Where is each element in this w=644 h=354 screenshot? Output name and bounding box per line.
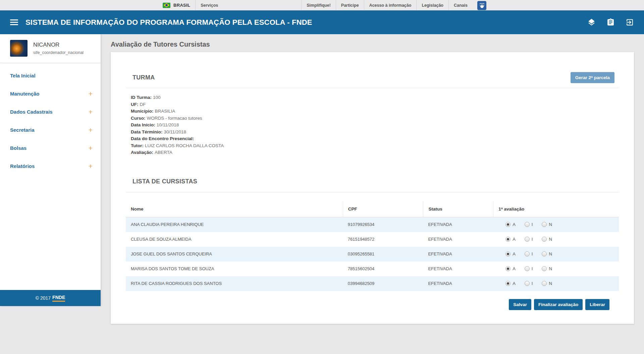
field-value: BRASILIA [155, 109, 175, 114]
radio-avaliacao-a[interactable]: A [505, 222, 516, 227]
field-label: Data do Encontro Presencial: [131, 136, 194, 141]
column-header-cpf: CPF [343, 201, 423, 217]
radio-option-label: N [549, 281, 552, 286]
radio-avaliacao-n[interactable]: N [542, 251, 552, 256]
radio-button-icon[interactable] [542, 222, 547, 227]
sidebar-item-label: Secretaria [10, 127, 35, 133]
radio-avaliacao-i[interactable]: I [525, 281, 533, 286]
cursista-status: EFETIVADA [423, 251, 493, 256]
gov-bar: BRASIL Serviços Simplifique! Participe A… [0, 0, 644, 10]
expand-plus-icon[interactable]: + [89, 126, 93, 133]
radio-avaliacao-n[interactable]: N [542, 281, 552, 286]
gov-link-legislacao[interactable]: Legislação [417, 0, 448, 10]
clipboard-icon[interactable] [606, 18, 615, 26]
expand-plus-icon[interactable]: + [89, 163, 93, 170]
column-header-avaliacao: 1ª avaliação [493, 201, 619, 217]
fnde-link[interactable]: FNDE [52, 295, 65, 302]
expand-plus-icon[interactable]: + [89, 108, 93, 115]
menu-hamburger-icon[interactable] [10, 19, 18, 25]
turma-field: Avaliação:ABERTA [131, 149, 619, 156]
field-label: Município: [131, 109, 154, 114]
radio-option-label: I [532, 251, 533, 256]
table-header: Nome CPF Status 1ª avaliação [126, 201, 619, 217]
radio-option-label: N [549, 266, 552, 271]
cursista-status: EFETIVADA [423, 222, 493, 227]
main-content: Avaliação de Tutores Cursistas TURMA Ger… [101, 34, 644, 324]
radio-avaliacao-a[interactable]: A [505, 281, 516, 286]
radio-avaliacao-n[interactable]: N [542, 266, 552, 271]
finalizar-avaliacao-button[interactable]: Finalizar avaliação [534, 299, 583, 310]
salvar-button[interactable]: Salvar [509, 299, 531, 310]
radio-button-icon[interactable] [525, 251, 530, 256]
content-card: TURMA Gerar 2ª parcela ID Turma:100UF:DF… [111, 52, 634, 324]
radio-option-label: N [549, 222, 552, 227]
cursistas-section-title: LISTA DE CURSISTAS [132, 178, 197, 185]
sidebar-item-relatórios[interactable]: Relatórios+ [0, 157, 101, 175]
gov-link-participe[interactable]: Participe [336, 0, 364, 10]
radio-avaliacao-a[interactable]: A [505, 251, 516, 256]
radio-option-label: A [513, 222, 516, 227]
radio-button-icon[interactable] [505, 251, 511, 256]
radio-avaliacao-n[interactable]: N [542, 222, 552, 227]
table-body: ANA CLAUDIA PEREIRA HENRIQUE91079926534E… [126, 217, 619, 291]
sidebar-item-label: Tela Inicial [10, 73, 36, 78]
radio-option-label: A [513, 251, 516, 256]
turma-field: ID Turma:100 [131, 94, 619, 101]
layers-icon[interactable] [587, 18, 596, 26]
radio-button-icon[interactable] [542, 237, 547, 242]
gov-link-canais[interactable]: Canais [449, 0, 473, 10]
radio-button-icon[interactable] [505, 237, 511, 242]
cursista-cpf: 03095265581 [343, 251, 423, 256]
field-value: 30/11/2018 [164, 129, 186, 134]
gov-link-acesso-informacao[interactable]: Acesso à informação [364, 0, 417, 10]
sidebar: NICANOR sife_coordenador_nacional Tela I… [0, 34, 101, 306]
radio-avaliacao-i[interactable]: I [525, 237, 533, 242]
cursista-nome: RITA DE CASSIA RODRIGUES DOS SANTOS [126, 281, 343, 286]
sidebar-item-dados-cadastrais[interactable]: Dados Cadastrais+ [0, 103, 101, 121]
radio-option-label: A [513, 281, 516, 286]
radio-avaliacao-i[interactable]: I [525, 222, 533, 227]
gov-link-servicos[interactable]: Serviços [196, 0, 223, 10]
field-value: ABERTA [155, 150, 172, 155]
radio-avaliacao-a[interactable]: A [505, 266, 516, 271]
radio-button-icon[interactable] [505, 281, 511, 286]
radio-avaliacao-n[interactable]: N [542, 237, 552, 242]
radio-button-icon[interactable] [525, 266, 530, 271]
gerar-parcela-button[interactable]: Gerar 2ª parcela [571, 72, 614, 83]
sidebar-item-label: Bolsas [10, 145, 26, 151]
expand-plus-icon[interactable]: + [89, 144, 93, 152]
gov-link-simplifique[interactable]: Simplifique! [302, 0, 336, 10]
turma-field: Curso:WORDS - formacao tutores [131, 115, 619, 122]
sidebar-item-bolsas[interactable]: Bolsas+ [0, 139, 101, 157]
sidebar-item-manutenção[interactable]: Manutenção+ [0, 84, 101, 103]
logout-icon[interactable] [626, 18, 634, 26]
turma-field: UF:DF [131, 101, 619, 108]
sidebar-item-tela-inicial[interactable]: Tela Inicial [0, 66, 101, 84]
field-label: Data Início: [131, 122, 155, 127]
expand-plus-icon[interactable]: + [89, 90, 93, 97]
sidebar-item-secretaria[interactable]: Secretaria+ [0, 121, 101, 139]
radio-avaliacao-a[interactable]: A [505, 237, 516, 242]
gov-brand-brasil[interactable]: BRASIL [158, 0, 195, 10]
radio-button-icon[interactable] [505, 266, 511, 271]
divider [126, 192, 619, 192]
radio-button-icon[interactable] [542, 251, 547, 256]
radio-button-icon[interactable] [525, 222, 530, 227]
avaliacao-radio-group: AIN [493, 237, 619, 242]
cursista-nome: CLEUSA DE SOUZA ALMEIDA [126, 237, 343, 242]
radio-button-icon[interactable] [505, 222, 511, 227]
radio-avaliacao-i[interactable]: I [525, 266, 533, 271]
cursista-status: EFETIVADA [423, 281, 493, 286]
user-name: NICANOR [33, 42, 84, 48]
radio-button-icon[interactable] [542, 266, 547, 271]
app-title: SISTEMA DE INFORMAÇÃO DO PROGRAMA FORMAÇ… [25, 18, 312, 27]
turma-field: Data Términio:30/11/2018 [131, 129, 619, 136]
radio-avaliacao-i[interactable]: I [525, 251, 533, 256]
avaliacao-radio-group: AIN [493, 266, 619, 271]
radio-button-icon[interactable] [525, 237, 530, 242]
vlibras-hands-icon[interactable] [477, 1, 486, 10]
user-role: sife_coordenador_nacional [33, 50, 84, 55]
radio-button-icon[interactable] [525, 281, 530, 286]
radio-button-icon[interactable] [542, 281, 547, 286]
liberar-button[interactable]: Liberar [585, 299, 609, 310]
